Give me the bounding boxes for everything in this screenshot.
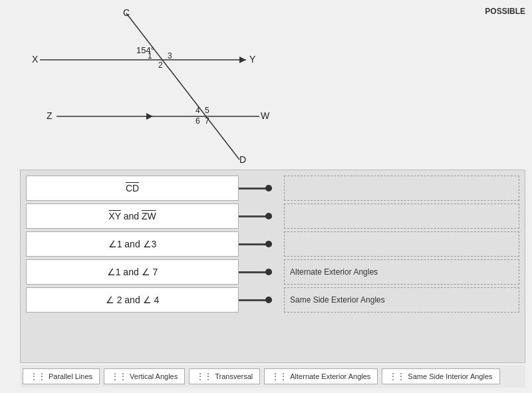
label-7: 7: [205, 116, 209, 126]
answer-label-4: Alternate Exterior Angles: [290, 267, 378, 277]
match-label-2-4: ∠ 2 and ∠ 4: [106, 295, 160, 305]
label-y: Y: [249, 54, 256, 65]
chip-icon-5: ⋮⋮: [389, 372, 405, 381]
answer-label-5: Same Side Exterior Angles: [290, 295, 385, 305]
chip-vertical-angles[interactable]: ⋮⋮ Vertical Angles: [104, 368, 185, 384]
possible-label: POSSIBLE: [485, 7, 525, 16]
label-2: 2: [158, 61, 163, 70]
label-x: X: [32, 54, 39, 65]
match-box-3[interactable]: ∠1 and ∠3: [26, 231, 239, 257]
chip-label-2: Vertical Angles: [130, 372, 178, 380]
matching-panel: CD XY and ZW ∠1 and: [20, 170, 525, 363]
label-d: D: [239, 154, 246, 165]
right-column: Alternate Exterior Angles Same Side Exte…: [284, 176, 519, 357]
label-3: 3: [168, 51, 172, 61]
chip-icon-1: ⋮⋮: [30, 372, 46, 381]
svg-marker-1: [239, 57, 246, 63]
match-label-1-7: ∠1 and ∠ 7: [107, 267, 158, 277]
answer-box-2[interactable]: [284, 203, 519, 229]
label-5: 5: [205, 106, 209, 115]
match-box-1[interactable]: CD: [26, 176, 239, 201]
svg-line-4: [126, 13, 239, 160]
chip-parallel-lines[interactable]: ⋮⋮ Parallel Lines: [23, 368, 100, 384]
chip-label-1: Parallel Lines: [49, 372, 92, 380]
chip-same-side-interior[interactable]: ⋮⋮ Same Side Interior Angles: [382, 368, 499, 384]
chip-icon-4: ⋮⋮: [271, 372, 287, 381]
svg-marker-3: [146, 113, 153, 120]
diagram-area: X Y Z W C D 154° 1 2 3: [20, 7, 339, 166]
match-row-4: ∠1 and ∠ 7: [26, 259, 279, 285]
answer-box-1[interactable]: [284, 176, 519, 201]
match-row-1: CD: [26, 176, 279, 201]
match-box-5[interactable]: ∠ 2 and ∠ 4: [26, 287, 239, 313]
answer-box-4[interactable]: Alternate Exterior Angles: [284, 259, 519, 285]
match-label-1-3: ∠1 and ∠3: [108, 239, 157, 249]
connector-1: [239, 176, 272, 201]
match-box-4[interactable]: ∠1 and ∠ 7: [26, 259, 239, 285]
footer-toolbar: ⋮⋮ Parallel Lines ⋮⋮ Vertical Angles ⋮⋮ …: [20, 365, 525, 388]
label-1: 1: [148, 51, 152, 61]
label-c: C: [123, 7, 130, 18]
connector-2: [239, 203, 272, 229]
left-column: CD XY and ZW ∠1 and: [26, 176, 279, 357]
connector-4: [239, 259, 272, 285]
match-label-cd: CD: [126, 183, 139, 194]
connector-5: [239, 287, 272, 313]
answer-box-5[interactable]: Same Side Exterior Angles: [284, 287, 519, 313]
main-container: POSSIBLE X Y Z W C D: [0, 0, 532, 393]
chip-alternate-exterior[interactable]: ⋮⋮ Alternate Exterior Angles: [264, 368, 378, 384]
geometry-diagram: X Y Z W C D 154° 1 2 3: [20, 7, 339, 166]
label-z: Z: [47, 110, 53, 121]
label-w: W: [261, 110, 270, 121]
match-box-2[interactable]: XY and ZW: [26, 203, 239, 229]
chip-icon-2: ⋮⋮: [111, 372, 127, 381]
answer-box-3[interactable]: [284, 231, 519, 257]
chip-icon-3: ⋮⋮: [196, 372, 212, 381]
match-row-2: XY and ZW: [26, 203, 279, 229]
label-6: 6: [196, 116, 200, 126]
chip-transversal[interactable]: ⋮⋮ Transversal: [189, 368, 260, 384]
label-4: 4: [196, 106, 200, 115]
chip-label-5: Same Side Interior Angles: [408, 372, 492, 380]
match-row-5: ∠ 2 and ∠ 4: [26, 287, 279, 313]
match-label-xy-zw: XY and ZW: [108, 211, 156, 221]
match-row-3: ∠1 and ∠3: [26, 231, 279, 257]
chip-label-4: Alternate Exterior Angles: [290, 372, 370, 380]
chip-label-3: Transversal: [215, 372, 253, 380]
connector-3: [239, 231, 272, 257]
